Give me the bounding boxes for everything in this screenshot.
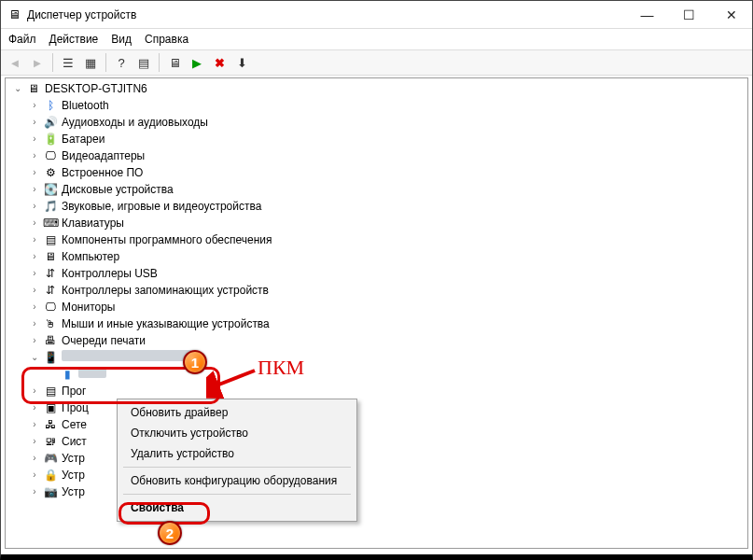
expand-icon[interactable]: ›	[28, 265, 41, 282]
expand-icon[interactable]: ›	[28, 383, 41, 399]
collapse-icon[interactable]: ⌄	[11, 80, 24, 97]
tree-label: Устр	[60, 450, 85, 467]
expand-icon[interactable]: ›	[28, 131, 41, 147]
tree-label: Сете	[60, 416, 87, 433]
tree-label: Устр	[60, 483, 85, 500]
expand-icon[interactable]: ›	[28, 147, 41, 164]
enable-button[interactable]: ▶	[187, 52, 207, 73]
cm-properties[interactable]: Свойства	[119, 497, 355, 518]
net-icon: 🖧	[43, 417, 58, 432]
expand-icon[interactable]: ›	[28, 198, 41, 215]
menu-help[interactable]: Справка	[145, 33, 188, 46]
cm-separator	[123, 467, 351, 468]
tree-item-audio[interactable]: ›🔊Аудиовходы и аудиовыходы	[7, 114, 747, 131]
expand-icon[interactable]: ›	[28, 248, 41, 265]
tree-item-sound[interactable]: ›🎵Звуковые, игровые и видеоустройства	[7, 198, 747, 215]
tree-item-printer[interactable]: ›🖶Очереди печати	[7, 332, 747, 349]
tree-item-bluetooth[interactable]: ›ᛒBluetooth	[7, 97, 747, 114]
cm-delete-device[interactable]: Удалить устройство	[119, 443, 355, 464]
expand-icon[interactable]: ›	[28, 467, 41, 483]
expand-icon[interactable]: ›	[28, 315, 41, 332]
cm-disable-device[interactable]: Отключить устройство	[119, 423, 355, 443]
tree-item-computer[interactable]: ›🖥Компьютер	[7, 248, 747, 265]
expand-icon[interactable]: ›	[28, 181, 41, 198]
cpu-icon: ▣	[43, 400, 58, 415]
tree-label: Встроенное ПО	[60, 164, 143, 181]
minimize-button[interactable]: —	[626, 1, 668, 28]
menu-file[interactable]: Файл	[8, 33, 36, 46]
tree-item-portable[interactable]: ⌄ 📱	[7, 349, 747, 366]
tree-item-mouse[interactable]: ›🖱Мыши и иные указывающие устройства	[7, 315, 747, 332]
system-icon: 🖳	[43, 434, 58, 449]
expand-icon[interactable]: ›	[28, 231, 41, 248]
tree-item-storage[interactable]: ›⇵Контроллеры запоминающих устройств	[7, 282, 747, 299]
tree-label: Сист	[60, 433, 87, 450]
menu-action[interactable]: Действие	[49, 33, 99, 46]
software-icon: ▤	[43, 232, 58, 247]
expand-icon[interactable]: ›	[28, 399, 41, 416]
cm-separator	[123, 494, 351, 495]
tree-item-battery[interactable]: ›🔋Батареи	[7, 131, 747, 147]
monitor-icon: 🖵	[43, 300, 58, 315]
tree-item-usb[interactable]: ›⇵Контроллеры USB	[7, 265, 747, 282]
annotation-rmb-label: ПКМ	[258, 356, 304, 380]
annotation-badge-2: 2	[158, 521, 182, 545]
cm-update-driver[interactable]: Обновить драйвер	[119, 402, 355, 423]
expand-icon[interactable]: ›	[28, 433, 41, 450]
computer-icon: 🖥	[43, 249, 58, 264]
maximize-button[interactable]: ☐	[668, 1, 710, 28]
tree-label: Компоненты программного обеспечения	[60, 231, 272, 248]
tree-item-keyboard[interactable]: ›⌨Клавиатуры	[7, 215, 747, 231]
titlebar: 🖥 Диспетчер устройств — ☐ ✕	[1, 1, 752, 29]
view-list-button[interactable]: ☰	[58, 52, 78, 73]
collapse-icon[interactable]: ⌄	[28, 349, 41, 366]
expand-icon[interactable]: ›	[28, 299, 41, 315]
tree-label: Проц	[60, 399, 89, 416]
tree-item-firmware[interactable]: ›⚙Встроенное ПО	[7, 164, 747, 181]
tree-label: Прог	[60, 383, 86, 399]
window-controls: — ☐ ✕	[626, 1, 752, 28]
expand-icon[interactable]: ›	[28, 97, 41, 114]
expand-icon[interactable]: ›	[28, 450, 41, 467]
battery-icon: 🔋	[43, 132, 58, 147]
expand-icon[interactable]: ›	[28, 332, 41, 349]
tree-item-software[interactable]: ›▤Компоненты программного обеспечения	[7, 231, 747, 248]
expand-icon[interactable]: ›	[28, 282, 41, 299]
uninstall-button[interactable]: ✖	[209, 52, 230, 73]
expand-icon[interactable]: ›	[28, 215, 41, 231]
tree-item-disk[interactable]: ›💽Дисковые устройства	[7, 181, 747, 198]
expand-icon[interactable]: ›	[28, 416, 41, 433]
expand-icon[interactable]: ›	[28, 483, 41, 500]
menu-view[interactable]: Вид	[111, 33, 132, 46]
tree-item-monitor[interactable]: ›🖵Мониторы	[7, 299, 747, 315]
tree-label: Клавиатуры	[60, 215, 124, 231]
toolbar: ◄ ► ☰ ▦ ? ▤ 🖥 ▶ ✖ ⬇	[1, 49, 752, 76]
tree-label: Дисковые устройства	[60, 181, 174, 198]
scan-hw-button[interactable]: 🖥	[164, 52, 185, 73]
properties-button[interactable]: ▤	[133, 52, 154, 73]
context-menu: Обновить драйвер Отключить устройство Уд…	[117, 399, 357, 522]
firmware-icon: ⚙	[43, 165, 58, 180]
tree-label: Bluetooth	[60, 97, 109, 114]
view-details-button[interactable]: ▦	[80, 52, 101, 73]
tree-item-portable-child[interactable]: · ▮	[7, 366, 747, 383]
keyboard-icon: ⌨	[43, 216, 58, 231]
tree-label: Аудиовходы и аудиовыходы	[60, 114, 208, 131]
tree-root[interactable]: ⌄ 🖥 DESKTOP-GTJITN6	[7, 80, 747, 97]
imaging-icon: 📷	[43, 484, 58, 499]
tree-label: Устр	[60, 467, 85, 483]
hid-icon: 🎮	[43, 451, 58, 466]
tree-item-below[interactable]: ›▤Прог	[7, 383, 747, 399]
cm-scan-hardware[interactable]: Обновить конфигурацию оборудования	[119, 470, 355, 491]
app-icon: 🖥	[7, 7, 21, 22]
close-button[interactable]: ✕	[710, 1, 752, 28]
forward-button[interactable]: ►	[27, 52, 48, 73]
update-button[interactable]: ⬇	[231, 52, 252, 73]
expand-icon[interactable]: ›	[28, 164, 41, 181]
expand-icon[interactable]: ›	[28, 114, 41, 131]
tree-item-video[interactable]: ›🖵Видеоадаптеры	[7, 147, 747, 164]
back-button[interactable]: ◄	[5, 52, 25, 73]
device-icon: ▮	[60, 367, 75, 382]
help-button[interactable]: ?	[111, 52, 132, 73]
menubar: Файл Действие Вид Справка	[1, 29, 752, 49]
